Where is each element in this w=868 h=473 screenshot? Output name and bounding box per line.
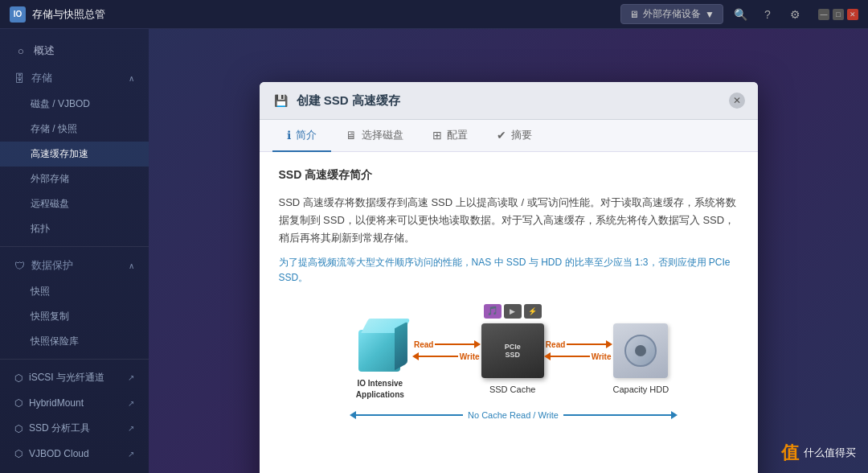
overview-icon: ○ xyxy=(14,44,27,57)
sidebar-divider2 xyxy=(0,359,149,360)
sidebar-item-vjbod-cloud[interactable]: ⬡ VJBOD Cloud ↗ xyxy=(0,442,149,466)
sidebar-item-snapshot-copy[interactable]: 快照复制 xyxy=(0,304,149,329)
dropdown-icon: ▼ xyxy=(705,9,714,20)
io-intensive-box: IO Intensive Applications xyxy=(348,317,412,401)
ssd-icon: ⬡ xyxy=(14,423,23,434)
sidebar-divider xyxy=(0,246,149,247)
maximize-btn[interactable]: □ xyxy=(833,9,844,20)
content-area: 💾 创建 SSD 高速缓存 ✕ ℹ 简介 🖥 选择磁盘 ⊞ 配置 xyxy=(149,29,868,473)
create-ssd-cache-dialog: 💾 创建 SSD 高速缓存 ✕ ℹ 简介 🖥 选择磁盘 ⊞ 配置 xyxy=(260,82,758,473)
ext-link-icon: ↗ xyxy=(128,373,134,382)
dialog-title: 💾 创建 SSD 高速缓存 xyxy=(272,92,400,109)
iscsi-icon: ⬡ xyxy=(14,372,23,384)
sidebar-item-remote-disk[interactable]: 远程磁盘 xyxy=(0,191,149,216)
watermark-logo: 值 xyxy=(781,441,799,465)
sidebar-item-disk-vjbod[interactable]: 磁盘 / VJBOD xyxy=(0,92,149,117)
capacity-hdd-box: Capacity HDD xyxy=(612,323,669,394)
ext-link-icon3: ↗ xyxy=(128,424,134,433)
titlebar: IO 存储与快照总管 🖥 外部存储设备 ▼ 🔍 ? ⚙ — □ ✕ xyxy=(0,0,868,29)
hybrid-icon: ⬡ xyxy=(14,397,23,409)
sidebar-item-iscsi[interactable]: ⬡ iSCSI 与光纤通道 ↗ xyxy=(0,364,149,391)
dialog-body: SSD 高速缓存简介 SSD 高速缓存将数据缓存到高速 SSD 上以提高读取 /… xyxy=(260,152,758,473)
search-btn[interactable]: 🔍 xyxy=(730,4,751,25)
sidebar-item-overview[interactable]: ○ 概述 xyxy=(0,37,149,64)
vjbod-icon: ⬡ xyxy=(14,448,23,459)
ssd-cache-box: 🎵 ▶ ⚡ PCIe SSD SSD Cache xyxy=(481,323,544,394)
highlight-link: 为了提高视频流等大型文件顺序访问的性能，NAS 中 SSD 与 HDD 的比率至… xyxy=(279,255,739,286)
ext-link-icon2: ↗ xyxy=(128,399,134,408)
app-title: 存储与快照总管 xyxy=(32,7,105,22)
sidebar-item-snapshot[interactable]: 快照 xyxy=(0,279,149,304)
disk-tab-icon: 🖥 xyxy=(346,129,357,142)
sidebar-item-hybridmount[interactable]: ⬡ HybridMount ↗ xyxy=(0,391,149,415)
section-title: SSD 高速缓存简介 xyxy=(279,168,739,183)
sidebar-item-ssd-tools[interactable]: ⬡ SSD 分析工具 ↗ xyxy=(0,415,149,442)
hdd-icon: 🖥 xyxy=(629,9,639,20)
sidebar-item-expand[interactable]: 拓扑 xyxy=(0,216,149,241)
sidebar-section-dp[interactable]: 🛡 数据保护 ∧ xyxy=(0,252,149,279)
watermark: 值 什么值得买 xyxy=(781,441,856,465)
summary-tab-icon: ✔ xyxy=(497,129,506,142)
dp-icon: 🛡 xyxy=(14,260,25,272)
app-icon: IO xyxy=(10,6,26,23)
storage-icon: 🗄 xyxy=(14,72,25,84)
sidebar-item-storage-snapshot[interactable]: 存储 / 快照 xyxy=(0,117,149,142)
dialog-header: 💾 创建 SSD 高速缓存 ✕ xyxy=(260,82,758,120)
tab-summary[interactable]: ✔ 摘要 xyxy=(482,120,547,152)
tab-config[interactable]: ⊞ 配置 xyxy=(418,120,482,152)
sidebar-section-storage[interactable]: 🗄 存储 ∧ xyxy=(0,64,149,92)
dialog-tabs: ℹ 简介 🖥 选择磁盘 ⊞ 配置 ✔ 摘要 xyxy=(260,120,758,152)
watermark-text: 什么值得买 xyxy=(804,446,856,460)
sidebar: ○ 概述 🗄 存储 ∧ 磁盘 / VJBOD 存储 / 快照 高速缓存加速 外部… xyxy=(0,29,149,473)
ssd-dialog-icon: 💾 xyxy=(272,92,290,109)
sidebar-item-external-storage[interactable]: 外部存储 xyxy=(0,167,149,191)
chevron-dp-icon: ∧ xyxy=(129,261,134,270)
close-btn[interactable]: ✕ xyxy=(847,9,858,20)
external-storage-btn[interactable]: 🖥 外部存储设备 ▼ xyxy=(620,4,723,24)
main-layout: ○ 概述 🗄 存储 ∧ 磁盘 / VJBOD 存储 / 快照 高速缓存加速 外部… xyxy=(0,29,868,473)
sidebar-item-cache[interactable]: 高速缓存加速 xyxy=(0,142,149,167)
chevron-icon: ∧ xyxy=(129,74,134,83)
tab-select-disk[interactable]: 🖥 选择磁盘 xyxy=(331,120,418,152)
settings-btn[interactable]: ⚙ xyxy=(784,4,805,25)
minimize-btn[interactable]: — xyxy=(818,9,829,20)
description-text: SSD 高速缓存将数据缓存到高速 SSD 上以提高读取 / 或写访问性能。对于读… xyxy=(279,194,739,247)
intro-tab-icon: ℹ xyxy=(287,129,291,142)
dialog-close-btn[interactable]: ✕ xyxy=(729,93,745,109)
config-tab-icon: ⊞ xyxy=(432,129,442,142)
help-btn[interactable]: ? xyxy=(757,4,778,25)
titlebar-left: IO 存储与快照总管 xyxy=(10,6,105,23)
sidebar-item-snapshot-vault[interactable]: 快照保险库 xyxy=(0,329,149,354)
tab-intro[interactable]: ℹ 简介 xyxy=(272,120,331,152)
ext-link-icon4: ↗ xyxy=(128,450,134,459)
